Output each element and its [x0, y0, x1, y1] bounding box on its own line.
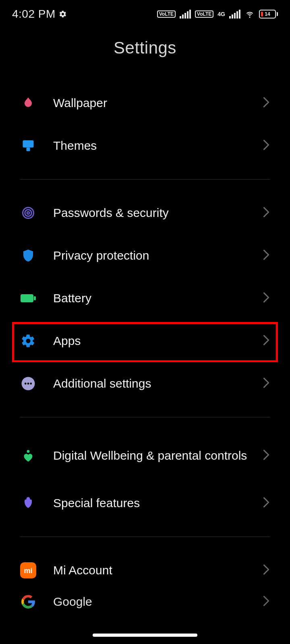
divider [20, 537, 270, 537]
settings-item-security[interactable]: Passwords & security [20, 192, 270, 234]
svg-rect-5 [21, 294, 33, 302]
svg-rect-1 [27, 148, 30, 151]
dots-circle-icon [20, 376, 36, 392]
settings-item-additional[interactable]: Additional settings [20, 362, 270, 405]
settings-item-mi-account[interactable]: mi Mi Account [20, 549, 270, 592]
gesture-nav-bar[interactable] [93, 634, 197, 637]
chevron-right-icon [263, 97, 270, 109]
themes-icon [20, 138, 36, 154]
chevron-right-icon [263, 497, 270, 510]
svg-point-10 [30, 383, 32, 385]
wellbeing-icon [20, 448, 36, 464]
battery-icon: 14 [259, 10, 278, 19]
settings-item-label: Passwords & security [53, 205, 263, 221]
settings-item-special[interactable]: Special features [20, 482, 270, 524]
settings-item-wallpaper[interactable]: Wallpaper [20, 82, 270, 124]
svg-text:mi: mi [24, 567, 32, 575]
signal-bars-icon [180, 10, 191, 19]
settings-item-label: Digital Wellbeing & parental controls [53, 448, 263, 463]
settings-item-label: Google [53, 594, 263, 609]
shield-icon [20, 248, 36, 264]
battery-icon [20, 290, 36, 306]
chevron-right-icon [263, 292, 270, 305]
chevron-right-icon [263, 595, 270, 608]
divider [20, 417, 270, 417]
settings-item-label: Apps [53, 333, 263, 349]
signal-bars-icon-2 [229, 10, 240, 19]
settings-item-apps[interactable]: Apps [20, 320, 270, 362]
chevron-right-icon [263, 334, 270, 347]
gear-apps-icon [20, 333, 36, 349]
chevron-right-icon [263, 249, 270, 262]
gear-icon [59, 10, 67, 18]
status-time: 4:02 PM [12, 8, 56, 21]
settings-item-themes[interactable]: Themes [20, 124, 270, 167]
page-title: Settings [0, 38, 290, 58]
svg-point-4 [27, 212, 29, 214]
special-features-icon [20, 495, 36, 511]
status-left: 4:02 PM [12, 8, 67, 21]
svg-point-9 [27, 383, 29, 385]
fingerprint-icon [20, 205, 36, 221]
settings-item-google[interactable]: Google [20, 592, 270, 612]
chevron-right-icon [263, 377, 270, 390]
svg-point-8 [25, 383, 27, 385]
settings-item-label: Special features [53, 495, 263, 511]
chevron-right-icon [263, 206, 270, 219]
svg-point-3 [25, 210, 32, 217]
settings-item-wellbeing[interactable]: Digital Wellbeing & parental controls [20, 429, 270, 482]
svg-point-11 [27, 450, 30, 453]
mi-logo-icon: mi [20, 562, 36, 578]
settings-list: Wallpaper Themes Passwords & security Pr… [0, 82, 290, 612]
settings-item-privacy[interactable]: Privacy protection [20, 234, 270, 277]
svg-rect-6 [34, 296, 36, 300]
settings-item-label: Battery [53, 291, 263, 306]
settings-item-label: Themes [53, 138, 263, 153]
settings-item-label: Mi Account [53, 563, 263, 578]
settings-item-label: Additional settings [53, 376, 263, 391]
chevron-right-icon [263, 564, 270, 577]
settings-item-label: Wallpaper [53, 95, 263, 111]
svg-rect-0 [23, 140, 34, 148]
settings-item-label: Privacy protection [53, 248, 263, 263]
chevron-right-icon [263, 139, 270, 152]
chevron-right-icon [263, 449, 270, 462]
volte-badge-2: VoLTE [195, 10, 213, 18]
volte-badge-1: VoLTE [157, 10, 176, 18]
wallpaper-icon [20, 95, 36, 111]
network-4g-icon: 4G [218, 11, 225, 17]
settings-item-battery[interactable]: Battery [20, 277, 270, 320]
wifi-icon [244, 10, 255, 19]
status-bar: 4:02 PM VoLTE VoLTE 4G 14 [0, 0, 290, 28]
divider [20, 179, 270, 180]
google-logo-icon [20, 594, 36, 610]
status-right: VoLTE VoLTE 4G 14 [157, 10, 278, 19]
